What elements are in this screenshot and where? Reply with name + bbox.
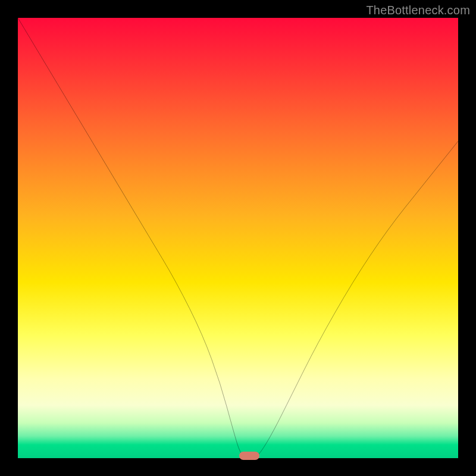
curve-svg [18,18,458,458]
optimal-marker [239,452,259,460]
chart-frame: TheBottleneck.com [0,0,476,476]
plot-area [18,18,458,458]
watermark-text: TheBottleneck.com [366,4,470,17]
bottleneck-curve [18,18,458,458]
